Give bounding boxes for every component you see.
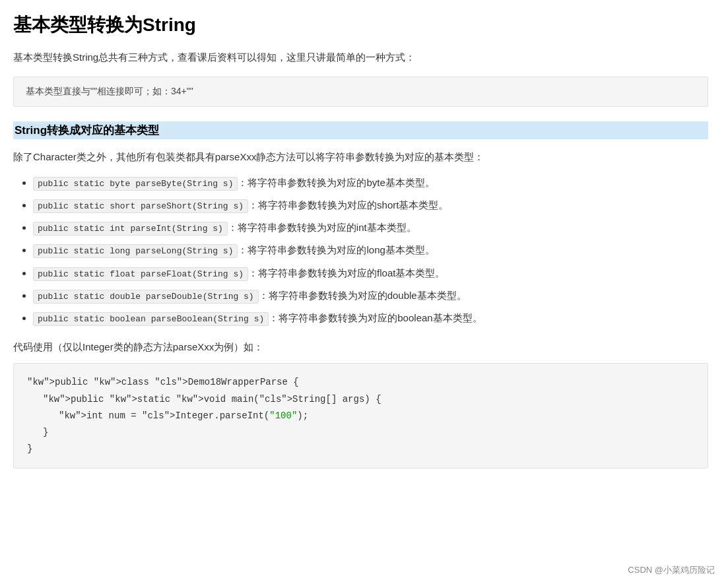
section2-title: String转换成对应的基本类型 bbox=[13, 121, 708, 139]
method-list-item: public static byte parseByte(String s)：将… bbox=[33, 174, 708, 191]
code-usage-label: 代码使用（仅以Integer类的静态方法parseXxx为例）如： bbox=[13, 339, 708, 356]
method-list: public static byte parseByte(String s)：将… bbox=[13, 174, 708, 327]
section2-desc: 除了Character类之外，其他所有包装类都具有parseXxx静态方法可以将… bbox=[13, 148, 708, 166]
method-list-item: public static short parseShort(String s)… bbox=[33, 197, 708, 214]
method-list-item: public static long parseLong(String s)：将… bbox=[33, 242, 708, 259]
page-title: 基本类型转换为String bbox=[13, 13, 708, 37]
tip-box: 基本类型直接与""相连接即可；如：34+"" bbox=[13, 77, 708, 107]
method-list-item: public static boolean parseBoolean(Strin… bbox=[33, 309, 708, 327]
footer: CSDN @小菜鸡历险记 bbox=[628, 564, 715, 576]
method-list-item: public static float parseFloat(String s)… bbox=[33, 265, 708, 282]
code-line: "kw">public "kw">static "kw">void main("… bbox=[27, 391, 694, 408]
method-list-item: public static double parseDouble(String … bbox=[33, 287, 708, 304]
code-line: "kw">public "kw">class "cls">Demo18Wrapp… bbox=[27, 374, 694, 391]
method-list-item: public static int parseInt(String s)：将字符… bbox=[33, 219, 708, 236]
intro-text: 基本类型转换String总共有三种方式，查看课后资料可以得知，这里只讲最简单的一… bbox=[13, 49, 708, 66]
code-block: "kw">public "kw">class "cls">Demo18Wrapp… bbox=[13, 363, 708, 469]
code-line: "kw">int num = "cls">Integer.parseInt("1… bbox=[27, 408, 694, 424]
code-line: } bbox=[27, 424, 694, 441]
code-line: } bbox=[27, 441, 694, 457]
